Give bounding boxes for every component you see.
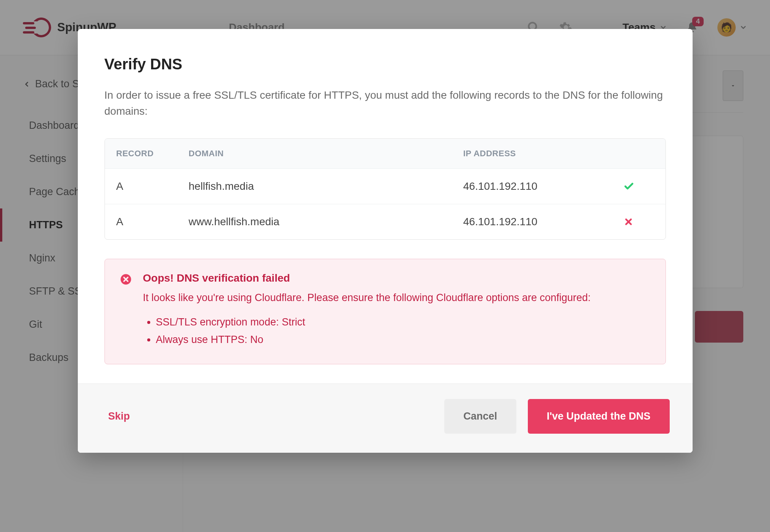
confirm-button[interactable]: I've Updated the DNS bbox=[528, 399, 670, 434]
alert-content: Oops! DNS verification failed It looks l… bbox=[143, 272, 650, 349]
dns-row: A hellfish.media 46.101.192.110 bbox=[105, 168, 666, 204]
dns-row: A www.hellfish.media 46.101.192.110 bbox=[105, 204, 666, 239]
col-domain: DOMAIN bbox=[189, 149, 463, 159]
cell-domain: www.hellfish.media bbox=[189, 216, 463, 228]
footer-actions: Cancel I've Updated the DNS bbox=[444, 399, 670, 434]
modal-footer: Skip Cancel I've Updated the DNS bbox=[78, 383, 693, 453]
col-ip: IP ADDRESS bbox=[463, 149, 624, 159]
modal-title: Verify DNS bbox=[104, 56, 666, 73]
skip-link[interactable]: Skip bbox=[108, 410, 130, 422]
verify-dns-modal: Verify DNS In order to issue a free SSL/… bbox=[78, 29, 693, 453]
x-icon bbox=[624, 217, 666, 227]
app-root: SpinupWP Dashboard Teams 4 🧑 bbox=[0, 0, 770, 532]
alert-list: SSL/TLS encryption mode: Strict Always u… bbox=[143, 314, 650, 349]
cell-record: A bbox=[116, 180, 189, 192]
col-record: RECORD bbox=[116, 149, 189, 159]
check-icon bbox=[624, 181, 666, 192]
modal-overlay[interactable]: Verify DNS In order to issue a free SSL/… bbox=[0, 0, 770, 532]
dns-table-header: RECORD DOMAIN IP ADDRESS bbox=[105, 139, 666, 168]
cell-domain: hellfish.media bbox=[189, 180, 463, 192]
cell-ip: 46.101.192.110 bbox=[463, 180, 624, 192]
modal-body: Verify DNS In order to issue a free SSL/… bbox=[78, 29, 693, 383]
cell-ip: 46.101.192.110 bbox=[463, 216, 624, 228]
alert-list-item: Always use HTTPS: No bbox=[156, 331, 650, 349]
cancel-button[interactable]: Cancel bbox=[444, 399, 516, 434]
alert-title: Oops! DNS verification failed bbox=[143, 272, 650, 284]
modal-description: In order to issue a free SSL/TLS certifi… bbox=[104, 87, 666, 119]
alert-text: It looks like you're using Cloudflare. P… bbox=[143, 290, 650, 306]
error-alert: Oops! DNS verification failed It looks l… bbox=[104, 259, 666, 364]
alert-list-item: SSL/TLS encryption mode: Strict bbox=[156, 314, 650, 331]
error-icon bbox=[120, 274, 132, 349]
dns-table: RECORD DOMAIN IP ADDRESS A hellfish.medi… bbox=[104, 138, 666, 240]
cell-record: A bbox=[116, 216, 189, 228]
